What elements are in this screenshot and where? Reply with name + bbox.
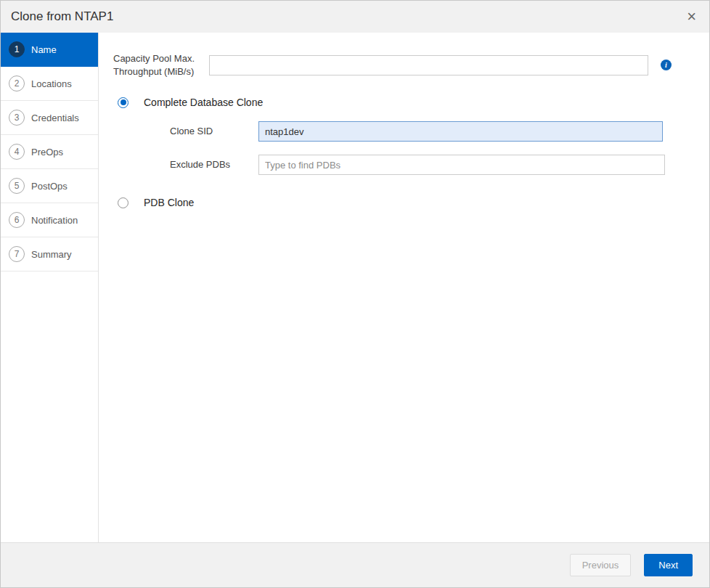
clone-sid-row: Clone SID xyxy=(113,121,709,142)
step-label: PostOps xyxy=(31,181,68,192)
sidebar-item-notification[interactable]: 6 Notification xyxy=(1,203,98,237)
sidebar-item-credentials[interactable]: 3 Credentials xyxy=(1,101,98,135)
step-label: Locations xyxy=(31,78,72,89)
info-icon[interactable]: i xyxy=(661,60,672,70)
close-icon[interactable]: × xyxy=(687,9,696,25)
next-button[interactable]: Next xyxy=(644,554,693,576)
step-label: PreOps xyxy=(31,147,63,158)
exclude-pdbs-row: Exclude PDBs xyxy=(113,155,709,175)
dialog-footer: Previous Next xyxy=(1,542,709,587)
step-number-badge: 7 xyxy=(9,246,25,262)
step-label: Credentials xyxy=(31,113,79,123)
wizard-steps-sidebar: 1 Name 2 Locations 3 Credentials 4 PreOp… xyxy=(1,33,99,542)
dialog-body: 1 Name 2 Locations 3 Credentials 4 PreOp… xyxy=(1,33,709,542)
sidebar-item-name[interactable]: 1 Name xyxy=(1,33,98,67)
sidebar-item-summary[interactable]: 7 Summary xyxy=(1,237,98,271)
previous-button[interactable]: Previous xyxy=(570,554,632,576)
radio-pdb-clone[interactable] xyxy=(118,197,128,208)
pdb-clone-label: PDB Clone xyxy=(144,197,194,208)
radio-complete-database-clone[interactable] xyxy=(118,97,128,108)
complete-database-clone-option: Complete Database Clone xyxy=(113,97,709,108)
dialog-header: Clone from NTAP1 × xyxy=(1,1,709,33)
step-number-badge: 2 xyxy=(9,75,25,91)
pdb-clone-option: PDB Clone xyxy=(113,197,709,208)
step-number-badge: 6 xyxy=(9,212,25,228)
dialog-title: Clone from NTAP1 xyxy=(11,9,113,24)
sidebar-item-preops[interactable]: 4 PreOps xyxy=(1,135,98,169)
step-label: Name xyxy=(31,44,57,55)
step-number-badge: 3 xyxy=(9,110,25,126)
step-label: Summary xyxy=(31,249,72,260)
step-number-badge: 4 xyxy=(9,144,25,160)
complete-database-clone-label: Complete Database Clone xyxy=(144,97,263,108)
step-number-badge: 5 xyxy=(9,178,25,194)
sidebar-item-locations[interactable]: 2 Locations xyxy=(1,67,98,101)
clone-sid-label: Clone SID xyxy=(170,125,258,138)
sidebar-item-postops[interactable]: 5 PostOps xyxy=(1,169,98,203)
clone-dialog: Clone from NTAP1 × 1 Name 2 Locations 3 … xyxy=(0,0,710,588)
capacity-pool-row: Capacity Pool Max. Throughput (MiB/s) i xyxy=(113,52,709,78)
step-label: Notification xyxy=(31,215,78,226)
capacity-pool-input[interactable] xyxy=(209,55,648,75)
wizard-content: Capacity Pool Max. Throughput (MiB/s) i … xyxy=(99,33,709,542)
capacity-pool-label: Capacity Pool Max. Throughput (MiB/s) xyxy=(113,52,209,78)
exclude-pdbs-input[interactable] xyxy=(258,155,665,175)
clone-sid-input[interactable] xyxy=(258,121,663,142)
exclude-pdbs-label: Exclude PDBs xyxy=(170,158,258,171)
step-number-badge: 1 xyxy=(9,41,25,57)
